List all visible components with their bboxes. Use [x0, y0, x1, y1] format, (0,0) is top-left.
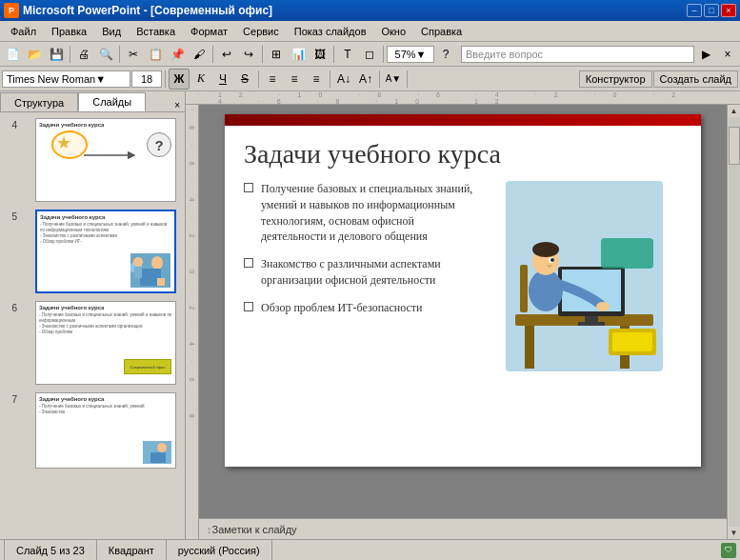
tab-slajdy[interactable]: Слайды: [78, 92, 146, 111]
print-button[interactable]: 🖨: [73, 44, 94, 65]
tab-struktura[interactable]: Структура: [0, 92, 78, 111]
window-controls[interactable]: – □ ×: [687, 4, 736, 17]
menu-file[interactable]: Файл: [4, 23, 43, 40]
bold-button[interactable]: Ж: [169, 69, 190, 90]
panel-tabs: Структура Слайды ×: [0, 91, 185, 112]
maximize-button[interactable]: □: [704, 4, 719, 17]
menu-view[interactable]: Вид: [95, 23, 128, 40]
close-button[interactable]: ×: [721, 4, 736, 17]
slide-thumbnails-list: 4 ☆ Задачи учебного курса ★: [0, 112, 185, 539]
undo-button[interactable]: ↩: [216, 44, 237, 65]
svg-rect-10: [150, 452, 166, 463]
bullet-text-2: Знакомство с различными аспектами органи…: [261, 256, 477, 289]
new-button[interactable]: 📄: [2, 44, 23, 65]
app-icon: P: [4, 3, 19, 18]
menu-insert[interactable]: Вставка: [130, 23, 182, 40]
insert-textbox-button[interactable]: T: [337, 44, 358, 65]
status-language: русский (Россия): [167, 540, 272, 560]
insert-table-button[interactable]: ⊞: [266, 44, 287, 65]
fmt-separator-2: [258, 70, 259, 88]
bullet-item-3: Обзор проблем ИТ-безопасности: [244, 300, 477, 316]
preview-button[interactable]: 🔍: [95, 44, 116, 65]
insert-chart-button[interactable]: 📊: [288, 44, 309, 65]
svg-point-19: [529, 270, 563, 311]
slide-bullet-list: Получение базовых и специальных знаний, …: [225, 177, 496, 331]
menu-help[interactable]: Справка: [414, 23, 469, 40]
konstruktor-button[interactable]: Конструктор: [579, 70, 652, 88]
menu-window[interactable]: Окно: [375, 23, 413, 40]
separator-6: [383, 46, 384, 63]
align-center-button[interactable]: ≡: [284, 69, 305, 90]
menu-edit[interactable]: Правка: [45, 23, 93, 40]
bullet-item-1: Получение базовых и специальных знаний, …: [244, 181, 477, 245]
bullet-text-1: Получение базовых и специальных знаний, …: [261, 181, 477, 245]
redo-button[interactable]: ↪: [238, 44, 259, 65]
slide-thumb-4[interactable]: Задачи учебного курса ★: [35, 118, 176, 202]
svg-rect-25: [520, 265, 528, 312]
slide-thumb-5[interactable]: Задачи учебного курса ▫ Получение базовы…: [35, 210, 176, 293]
slide-thumb-6[interactable]: Задачи учебного курса ▫ Получение базовы…: [35, 301, 176, 385]
bullet-square-1: [244, 183, 253, 192]
font-color-button[interactable]: A▼: [383, 69, 404, 90]
fmt-separator-3: [330, 70, 330, 88]
help-input[interactable]: Введите вопрос: [461, 46, 694, 63]
help-go-button[interactable]: ▶: [695, 44, 716, 65]
zoom-box[interactable]: 57% ▼: [387, 46, 434, 63]
minimize-button[interactable]: –: [687, 4, 702, 17]
list-item: 5 ☆ Задачи учебного курса ▫ Получение ба…: [2, 208, 183, 295]
status-design: Квадрант: [97, 540, 167, 560]
copy-button[interactable]: 📋: [145, 44, 166, 65]
scroll-track[interactable]: [729, 117, 740, 527]
slide-thumb-7[interactable]: Задачи учебного курса ▫ Получение базовы…: [35, 392, 176, 469]
decrease-font-button[interactable]: A↓: [333, 69, 354, 90]
separator-1: [70, 46, 70, 63]
star-icon: ☆: [21, 210, 31, 223]
open-button[interactable]: 📂: [24, 44, 45, 65]
status-bar: Слайд 5 из 23 Квадрант русский (Россия) …: [0, 539, 740, 560]
clipart-svg: [506, 181, 663, 371]
underline-button[interactable]: Ч: [212, 69, 233, 90]
ruler-horizontal: ·12 ·10 ·8 ·6 ·4 ·2 ·0 ·2 ·4 ·6 ·8 ·10 ·…: [186, 91, 740, 105]
slide-top-decoration: [225, 114, 701, 126]
svg-point-5: [133, 257, 143, 267]
font-size-box[interactable]: 18: [131, 70, 162, 88]
create-slide-button[interactable]: Создать слайд: [653, 70, 738, 88]
strikethrough-button[interactable]: S: [234, 69, 255, 90]
cut-button[interactable]: ✂: [123, 44, 144, 65]
help-placeholder-text: Введите вопрос: [466, 49, 543, 60]
format-painter-button[interactable]: 🖌: [189, 44, 210, 65]
bullet-item-2: Знакомство с различными аспектами органи…: [244, 256, 477, 289]
svg-rect-7: [157, 278, 165, 286]
increase-font-button[interactable]: A↑: [355, 69, 376, 90]
svg-rect-26: [601, 238, 653, 269]
vertical-scrollbar[interactable]: ▲ ▼: [727, 105, 740, 539]
slide-canvas[interactable]: Задачи учебного курса Получение базовых …: [225, 114, 701, 467]
notes-bar[interactable]: ↕ Заметки к слайду: [199, 518, 727, 539]
scroll-down-arrow[interactable]: ▼: [729, 527, 740, 539]
status-slide-info: Слайд 5 из 23: [4, 540, 97, 560]
menu-tools[interactable]: Сервис: [236, 23, 286, 40]
menu-format[interactable]: Формат: [184, 23, 234, 40]
separator-2: [119, 46, 120, 63]
paste-button[interactable]: 📌: [167, 44, 188, 65]
scroll-thumb[interactable]: [729, 127, 740, 165]
help-icon-button[interactable]: ?: [435, 44, 456, 65]
star-icon: ☆: [21, 301, 31, 314]
svg-point-9: [157, 443, 167, 452]
align-right-button[interactable]: ≡: [306, 69, 327, 90]
italic-button[interactable]: К: [190, 69, 211, 90]
svg-point-2: [151, 256, 163, 270]
bullet-text-3: Обзор проблем ИТ-безопасности: [261, 300, 422, 316]
svg-rect-28: [612, 332, 652, 351]
panel-close-button[interactable]: ×: [171, 99, 183, 111]
align-left-button[interactable]: ≡: [262, 69, 283, 90]
close-help-button[interactable]: ×: [717, 44, 738, 65]
font-name-box[interactable]: Times New Roman ▼: [2, 70, 130, 88]
insert-picture-button[interactable]: 🖼: [310, 44, 330, 65]
insert-shapes-button[interactable]: ◻: [359, 44, 380, 65]
menu-slideshow[interactable]: Показ слайдов: [288, 23, 373, 40]
save-button[interactable]: 💾: [46, 44, 67, 65]
scroll-up-arrow[interactable]: ▲: [729, 105, 740, 117]
status-right-icons: 🛡: [721, 543, 736, 558]
slide-clipart: [506, 181, 663, 373]
